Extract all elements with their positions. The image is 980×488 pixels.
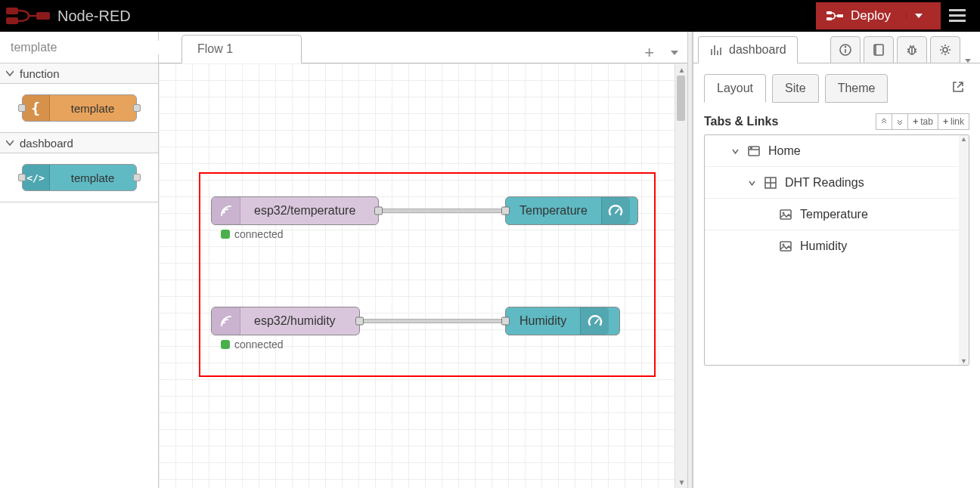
tree-item-tab-home[interactable]: Home	[705, 135, 969, 167]
sidebar-resize-handle[interactable]	[687, 32, 693, 488]
node-label: esp32/temperature	[240, 204, 369, 218]
sidebar-tab-help[interactable]	[864, 36, 894, 63]
code-icon: </>	[23, 165, 50, 190]
tabs-links-title: Tabs & Links	[704, 115, 778, 128]
node-status: connected	[221, 338, 284, 351]
sidebar-tab-dashboard[interactable]: dashboard	[698, 36, 798, 63]
flow-tab[interactable]: Flow 1	[181, 35, 302, 63]
tree-scrollbar[interactable]: ▲▼	[959, 135, 969, 365]
node-gauge-humidity[interactable]: Humidity	[505, 307, 620, 335]
palette-node-label: template	[50, 171, 136, 184]
flows-dropdown[interactable]	[671, 51, 678, 55]
tree-label: DHT Readings	[785, 176, 864, 190]
sidebar-panel: dashboard Layout Site Theme	[693, 32, 980, 488]
mqtt-icon	[212, 197, 240, 224]
node-mqtt-humidity[interactable]: esp32/humidity connected	[211, 307, 360, 335]
palette-node-dashboard-template[interactable]: </> template	[22, 164, 137, 191]
scroll-down-arrow[interactable]: ▼	[675, 476, 687, 488]
svg-rect-3	[826, 11, 832, 14]
template-brace-icon: {	[23, 95, 50, 121]
svg-line-25	[915, 51, 916, 52]
svg-rect-0	[6, 8, 18, 14]
scroll-up-arrow[interactable]: ▲	[675, 63, 687, 76]
palette-node-function-template[interactable]: { template	[22, 94, 137, 122]
app-logo: Node-RED	[6, 6, 131, 26]
bar-chart-icon	[709, 43, 723, 57]
add-link-button[interactable]: +link	[938, 113, 969, 130]
info-icon	[839, 43, 852, 57]
node-output-port	[133, 104, 141, 112]
dashboard-tree: Home DHT Readings Temperature Humidity ▲…	[704, 134, 969, 366]
palette-node-label: template	[50, 102, 136, 115]
hamburger-icon	[949, 9, 966, 23]
subtab-site[interactable]: Site	[772, 74, 819, 103]
node-mqtt-temperature[interactable]: esp32/temperature connected	[211, 196, 379, 225]
mqtt-icon	[212, 307, 240, 335]
tab-icon	[747, 144, 761, 158]
node-red-logo-icon	[6, 6, 50, 26]
category-function-header[interactable]: function	[0, 63, 158, 84]
scrollbar-thumb[interactable]	[677, 76, 685, 121]
open-dashboard-button[interactable]	[947, 76, 969, 101]
tree-item-group-dht[interactable]: DHT Readings	[705, 167, 969, 199]
svg-line-22	[907, 49, 909, 50]
svg-rect-8	[949, 20, 966, 22]
svg-point-26	[943, 48, 947, 52]
wire-temp[interactable]	[376, 208, 508, 213]
chevron-down-icon	[6, 69, 14, 77]
svg-rect-29	[750, 147, 752, 149]
chevron-down-icon	[749, 180, 755, 187]
svg-line-24	[915, 49, 916, 50]
image-icon	[779, 208, 792, 221]
node-label: Temperature	[506, 204, 601, 218]
sidebar-tab-debug[interactable]	[897, 36, 927, 63]
sidebar-tabs-more[interactable]	[965, 59, 980, 63]
flow-tab-label: Flow 1	[197, 42, 233, 56]
category-dashboard-header[interactable]: dashboard	[0, 133, 158, 153]
expand-all-button[interactable]	[892, 113, 908, 130]
tree-label: Home	[768, 144, 801, 158]
add-link-label: link	[951, 116, 964, 127]
main-menu-button[interactable]	[941, 0, 974, 32]
wire-hum[interactable]	[355, 319, 507, 323]
tree-item-widget-temperature[interactable]: Temperature	[705, 199, 969, 230]
deploy-button[interactable]: Deploy	[816, 2, 941, 29]
chevron-up-icon	[881, 119, 887, 125]
sidebar-tab-info[interactable]	[830, 36, 861, 63]
external-link-icon	[951, 80, 965, 94]
node-output-port[interactable]	[374, 207, 383, 215]
chevron-down-icon	[915, 14, 923, 18]
svg-rect-6	[949, 9, 966, 11]
node-input-port[interactable]	[501, 317, 510, 326]
palette-search-input[interactable]	[11, 41, 162, 54]
sidebar-tabs: dashboard	[693, 32, 980, 63]
add-tab-button[interactable]: +tab	[907, 113, 938, 130]
node-label: Humidity	[506, 314, 580, 328]
sidebar-tab-label: dashboard	[729, 43, 786, 57]
deploy-icon	[826, 9, 843, 23]
svg-line-11	[616, 209, 619, 213]
bug-icon	[905, 43, 919, 57]
workspace: Flow 1 + esp32/temperature	[159, 32, 687, 488]
node-gauge-temperature[interactable]: Temperature	[505, 196, 638, 225]
palette-panel: ✕ function { template dashboard </> temp…	[0, 32, 159, 488]
app-title: Node-RED	[57, 8, 131, 25]
deploy-dropdown[interactable]	[906, 14, 930, 18]
gauge-icon	[580, 307, 609, 335]
flow-canvas[interactable]: esp32/temperature connected Temperature	[159, 63, 687, 488]
node-input-port	[18, 174, 26, 181]
gear-icon	[938, 43, 952, 57]
add-flow-button[interactable]: +	[644, 43, 654, 63]
canvas-scrollbar-vertical[interactable]: ▲ ▼	[675, 63, 687, 488]
node-input-port[interactable]	[501, 207, 510, 215]
node-output-port[interactable]	[355, 317, 364, 326]
subtab-theme[interactable]: Theme	[825, 74, 889, 103]
deploy-label: Deploy	[851, 8, 891, 23]
image-icon	[779, 239, 792, 253]
subtab-layout[interactable]: Layout	[704, 74, 766, 103]
tree-item-widget-humidity[interactable]: Humidity	[705, 230, 969, 262]
book-icon	[872, 43, 885, 57]
sidebar-tab-config[interactable]	[930, 36, 960, 63]
svg-rect-5	[837, 14, 843, 17]
collapse-all-button[interactable]	[876, 113, 892, 130]
